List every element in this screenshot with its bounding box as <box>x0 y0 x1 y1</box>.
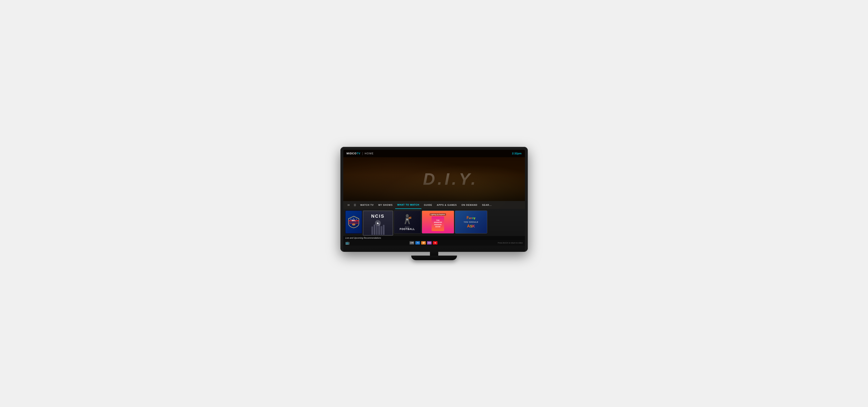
svg-text:★: ★ <box>350 219 351 220</box>
tv-source-icon[interactable]: TV <box>415 241 420 245</box>
source-bar: 📺 LIVE TV ↺ MMM N Press BACK to return t… <box>343 240 525 246</box>
triple-m-icon[interactable]: MMM <box>427 241 432 245</box>
tv-stand-neck <box>430 252 438 256</box>
funny-should-ask-card[interactable]: Funny YOU SHOULD ASK <box>455 211 487 233</box>
tv-stand-base <box>411 256 457 260</box>
mail-icon[interactable]: ✉ <box>346 202 352 208</box>
nav-item-search[interactable]: SEAR... <box>480 201 494 209</box>
tv-unit: D.I.Y. MIDCOTV | HOME 2:32pm ✉ ☰ WATCH T… <box>340 147 528 260</box>
nav-item-watch-tv[interactable]: WATCH TV <box>358 201 376 209</box>
svg-text:NFL: NFL <box>352 219 355 222</box>
robot-tv-icon: 📺 <box>345 241 349 245</box>
svg-text:88: 88 <box>406 219 408 220</box>
nav-bar: ✉ ☰ WATCH TV MY SHOWS WHAT TO WATCH GUID… <box>343 201 525 209</box>
ncaa-football-label: FOOTBALL <box>400 228 415 230</box>
hero-overlay <box>343 157 525 201</box>
clock: 2:32pm <box>512 152 522 155</box>
menu-icon[interactable]: ☰ <box>352 202 358 208</box>
nav-item-what-to-watch[interactable]: WHAT TO WATCH <box>395 201 422 209</box>
info-bar: Live and Upcoming Recommendations <box>343 236 525 240</box>
svg-text:★: ★ <box>353 218 354 219</box>
tv-frame: D.I.Y. MIDCOTV | HOME 2:32pm ✉ ☰ WATCH T… <box>340 147 528 252</box>
logo-midco: MIDCOTV <box>347 152 361 155</box>
play-button-overlay[interactable]: ▶ <box>375 220 381 226</box>
funny-title: Funny YOU SHOULD ASK <box>464 216 478 228</box>
content-area: NFL ★ ★ ★ <box>343 209 525 252</box>
jennifer-hudson-card[interactable]: Lighting Up Daytime! THEJENNIFERHUDSONSH… <box>422 211 454 233</box>
live-badge[interactable]: LIVE <box>409 241 414 245</box>
back-instruction: Press BACK to return to video <box>498 242 523 244</box>
section-label: HOME <box>365 152 374 155</box>
recommendations-title: Live and Upcoming Recommendations <box>345 237 381 239</box>
svg-text:★: ★ <box>356 219 357 220</box>
jennifer-lighting-label: Lighting Up Daytime! <box>430 213 446 216</box>
tv-screen: D.I.Y. MIDCOTV | HOME 2:32pm ✉ ☰ WATCH T… <box>343 150 525 252</box>
logo-divider: | <box>362 152 363 155</box>
nav-item-on-demand[interactable]: ON DEMAND <box>459 201 479 209</box>
ncaa-footballer-icon: 88 <box>402 214 412 225</box>
ncaa-football-card[interactable]: 88 NCAA FOOTBALL <box>394 211 421 233</box>
cards-row: NFL ★ ★ ★ <box>343 209 525 236</box>
netflix-icon[interactable]: N <box>433 241 437 245</box>
nfl-shield-icon: NFL ★ ★ ★ <box>348 216 359 228</box>
reload-source-icon[interactable]: ↺ <box>421 241 426 245</box>
svg-point-11 <box>406 214 409 217</box>
nav-item-my-shows[interactable]: MY SHOWS <box>376 201 395 209</box>
top-bar: MIDCOTV | HOME 2:32pm <box>343 150 525 157</box>
nav-item-guide[interactable]: GUIDE <box>422 201 434 209</box>
ncis-card[interactable]: NCIS ▶ <box>363 211 393 236</box>
hero-content: D.I.Y. <box>343 157 525 201</box>
nav-item-apps-games[interactable]: APPS & GAMES <box>435 201 459 209</box>
nfl-card[interactable]: NFL ★ ★ ★ <box>345 211 362 233</box>
ncis-title: NCIS <box>363 214 393 219</box>
